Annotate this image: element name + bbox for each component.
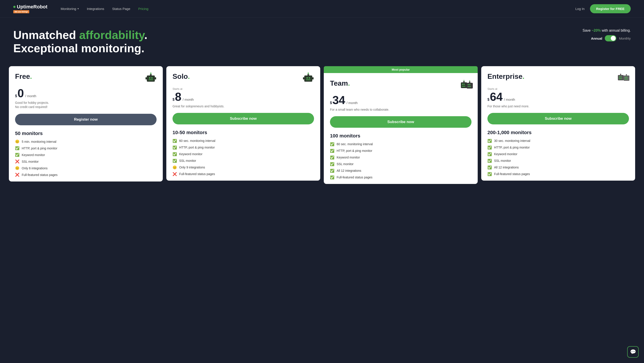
nav-monitoring[interactable]: Monitoring ▾ — [61, 7, 79, 11]
nav-links: Monitoring ▾ Integrations Status Page Pr… — [61, 7, 575, 11]
feature-icon: ✅ — [488, 145, 492, 150]
feature-text: HTTP, port & ping monitor — [336, 149, 372, 152]
feature-text: SSL monitor — [494, 159, 511, 162]
feature-icon: ❌ — [172, 172, 177, 176]
hiring-badge[interactable]: We are hiring! — [13, 10, 29, 13]
feature-icon: ✅ — [330, 142, 334, 146]
svg-rect-2 — [151, 77, 152, 79]
price-period-team: / month — [346, 101, 358, 105]
feature-icon: ✅ — [172, 152, 177, 156]
pricing-section: Free. $0/ monthGood for hobby projects.N… — [0, 62, 644, 193]
login-button[interactable]: Log In — [575, 7, 585, 11]
feature-item: ✅Keyword monitor — [330, 155, 472, 160]
feature-text: Keyword monitor — [336, 156, 360, 159]
feature-item: ✅SSL monitor — [330, 162, 472, 166]
feature-icon: ✅ — [488, 139, 492, 143]
feature-item: ✅SSL monitor — [488, 158, 629, 163]
starts-at-solo: Starts at — [172, 87, 314, 90]
card-free: Free. $0/ monthGood for hobby projects.N… — [9, 66, 163, 181]
feature-item: ✅Full-featured status pages — [488, 172, 629, 176]
brand-name: UptimeRobot — [17, 4, 48, 10]
hero-highlight: affordability — [79, 28, 144, 41]
billing-toggle-switch[interactable] — [605, 35, 616, 41]
svg-rect-1 — [149, 77, 150, 79]
nav-integrations[interactable]: Integrations — [87, 7, 104, 11]
feature-item: 😐5 min. monitoring interval — [15, 139, 156, 144]
feature-text: Only 6 integrations — [22, 166, 48, 170]
feature-item: ✅30 sec. monitoring interval — [488, 139, 629, 143]
feature-text: Keyword monitor — [22, 153, 45, 157]
plan-desc-enterprise: For those who just need more. — [488, 104, 629, 109]
feature-text: Keyword monitor — [179, 152, 202, 156]
nav-status-page[interactable]: Status Page — [112, 7, 130, 11]
feature-list-enterprise: ✅30 sec. monitoring interval✅HTTP, port … — [488, 139, 629, 176]
feature-item: ❌Full-featured status pages — [172, 172, 314, 176]
price-dollar-free: $ — [15, 94, 17, 98]
cta-button-free[interactable]: Register now — [15, 114, 156, 125]
price-period-enterprise: / month — [504, 98, 515, 101]
plan-free: Free. $0/ monthGood for hobby projects.N… — [9, 66, 163, 181]
feature-icon: ✅ — [330, 148, 334, 153]
feature-text: 60 sec. monitoring interval — [179, 139, 215, 143]
plan-enterprise: Enterprise. Starts at$64/ monthFor those… — [481, 66, 635, 181]
logo-area: UptimeRobot We are hiring! — [13, 4, 48, 13]
feature-item: 😐Only 6 integrations — [15, 166, 156, 170]
price-period-solo: / month — [183, 98, 194, 101]
card-header-free: Free. — [15, 72, 156, 84]
svg-rect-17 — [462, 84, 463, 85]
svg-rect-14 — [312, 77, 314, 79]
chat-button[interactable]: 💬 — [627, 346, 639, 358]
feature-list-team: ✅60 sec. monitoring interval✅HTTP, port … — [330, 142, 472, 180]
robot-icon-team — [460, 79, 472, 91]
plan-name-team: Team. — [330, 79, 350, 87]
price-dollar-solo: $ — [172, 98, 174, 102]
feature-icon: 😐 — [172, 165, 177, 170]
price-row-team: $34/ month — [330, 94, 472, 106]
price-amount-free: 0 — [18, 87, 24, 99]
svg-rect-36 — [624, 79, 628, 79]
monitors-count-solo: 10-50 monitors — [172, 130, 314, 135]
svg-point-7 — [150, 73, 152, 74]
hero-prefix: Unmatched — [13, 28, 79, 41]
price-period-free: / month — [25, 94, 36, 98]
feature-icon: ✅ — [172, 139, 177, 143]
plan-solo: Solo. Starts at$8/ monthGreat for solopr… — [166, 66, 320, 181]
svg-rect-24 — [469, 84, 470, 85]
svg-rect-12 — [308, 74, 309, 75]
monthly-label: Monthly — [619, 36, 631, 40]
feature-text: 60 sec. monitoring interval — [336, 142, 373, 146]
svg-rect-5 — [146, 77, 147, 79]
cta-button-solo[interactable]: Subscribe now — [172, 113, 314, 124]
card-enterprise: Enterprise. Starts at$64/ monthFor those… — [481, 66, 635, 181]
plan-name-solo: Solo. — [172, 72, 190, 80]
feature-item: ✅Keyword monitor — [15, 153, 156, 157]
feature-item: ✅60 sec. monitoring interval — [330, 142, 472, 146]
hero-suffix: . — [144, 28, 147, 41]
svg-rect-9 — [306, 77, 308, 79]
price-amount-team: 34 — [332, 94, 345, 106]
feature-icon: ✅ — [488, 152, 492, 156]
nav-pricing[interactable]: Pricing — [138, 7, 148, 11]
card-team: Team. $34/ monthFor a small team who nee… — [324, 73, 478, 184]
hero-section: Unmatched affordability. Exceptional mon… — [0, 17, 644, 62]
feature-icon: ✅ — [172, 145, 177, 150]
feature-text: Full-featured status pages — [179, 172, 215, 176]
chevron-down-icon: ▾ — [78, 7, 79, 10]
feature-list-solo: ✅60 sec. monitoring interval✅HTTP, port … — [172, 139, 314, 176]
billing-save-pct: ~20% — [592, 28, 600, 32]
billing-toggle: Save ~20% with annual billing. Annual Mo… — [583, 28, 631, 41]
cta-button-enterprise[interactable]: Subscribe now — [488, 113, 629, 124]
feature-item: ✅HTTP, port & ping monitor — [172, 145, 314, 150]
cta-button-team[interactable]: Subscribe now — [330, 116, 472, 128]
feature-text: Only 9 integrations — [179, 166, 205, 169]
feature-icon: ✅ — [15, 153, 20, 157]
feature-icon: ✅ — [488, 172, 492, 176]
register-free-button[interactable]: Register for FREE — [590, 4, 631, 13]
price-row-solo: $8/ month — [172, 91, 314, 102]
plan-team: Most popularTeam. $34/ monthFor a small … — [324, 66, 478, 184]
feature-icon: ✅ — [488, 158, 492, 163]
logo[interactable]: UptimeRobot — [13, 4, 48, 10]
svg-rect-23 — [468, 84, 469, 85]
svg-rect-32 — [620, 74, 621, 75]
price-row-free: $0/ month — [15, 87, 156, 99]
